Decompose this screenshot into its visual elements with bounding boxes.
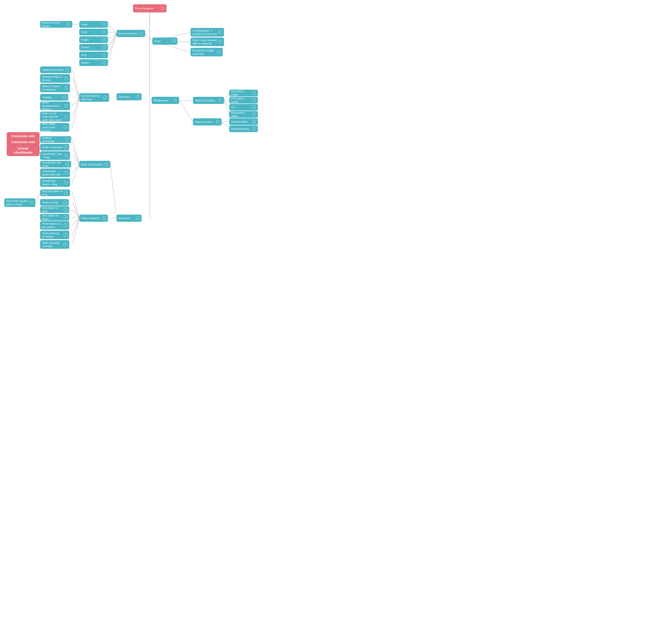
rule-square-info-icon[interactable]: i (29, 201, 34, 205)
no-same-piece-node[interactable]: Rule: do not move with the same piece tw… (40, 112, 70, 122)
pawn-forward-info-icon[interactable]: i (64, 125, 67, 129)
rook-node[interactable]: Rook i (79, 29, 108, 35)
tactic-techniques-node[interactable]: Tactic techniques i (193, 97, 224, 104)
king-pawn-vs-king-node[interactable]: King and pawn vs King i (40, 189, 70, 196)
end-game-node[interactable]: End game i (116, 214, 142, 222)
pin-info-icon[interactable]: i (252, 106, 256, 109)
know-pieces-info-icon[interactable]: i (139, 32, 143, 35)
discovered-attack-node[interactable]: Discovered attack i (229, 111, 258, 118)
isolated-pawn-node[interactable]: Isolated pawn i (229, 118, 258, 125)
middle-game-info-icon[interactable]: i (173, 98, 177, 102)
queen-king-node[interactable]: Checkmate: queen + king i (40, 178, 70, 187)
openings-info-icon[interactable]: i (136, 95, 140, 99)
pawn-move-forward-info-icon[interactable]: i (218, 40, 222, 44)
bishop-node[interactable]: Bishop i (79, 44, 108, 51)
when-dev-node[interactable]: When development is finished i (40, 101, 70, 110)
fork-knight-info-icon[interactable]: i (252, 91, 256, 95)
pawn-king-knight-node[interactable]: Pawn and king vs knight i (40, 240, 69, 249)
two-pawns-pawn-info-icon[interactable]: i (64, 215, 67, 219)
castling-info-icon[interactable]: i (63, 95, 66, 99)
fork-knight-node[interactable]: Fork with a knight i (229, 90, 258, 96)
basic-checkmates-info-icon[interactable]: i (105, 162, 109, 166)
queen-rook-node[interactable]: Checkmate: queen and rook i (40, 169, 70, 177)
openings-node[interactable]: Openings i (116, 93, 142, 100)
bishop-info-icon[interactable]: i (102, 46, 106, 49)
two-pawns-king-node[interactable]: Two pawns vs King i (40, 206, 69, 213)
jumping-pawn-node[interactable]: Jumping pawn: 2 squares in first move i (191, 28, 224, 37)
pawn-vs-king-info-icon[interactable]: i (63, 200, 67, 204)
queen-king-info-icon[interactable]: i (64, 181, 68, 185)
develop-knights-node[interactable]: Develop knigts & bishops i (40, 74, 70, 83)
pin-node[interactable]: Pin i (229, 104, 258, 111)
children-checkmate-node[interactable]: Children checkmate i (40, 136, 71, 143)
rook-king-checkmate-node[interactable]: Checkmate: rook + king i (40, 151, 70, 160)
rule-square-node[interactable]: Rule of the square: pawn vs king i (4, 198, 35, 207)
know-pieces-node[interactable]: Know you pieces i (116, 30, 145, 37)
knight-node[interactable]: Knight i (79, 36, 108, 43)
pawn-endgame-node[interactable]: Pawn endgame i (79, 214, 108, 222)
when-dev-info-icon[interactable]: i (64, 104, 68, 108)
pawn-king-bishop-info-icon[interactable]: i (64, 233, 67, 237)
king-pawn-vs-king-info-icon[interactable]: i (64, 191, 68, 195)
no-same-piece-info-icon[interactable]: i (64, 115, 68, 119)
pawn-vs-king-node[interactable]: Pawn vs King i (40, 199, 69, 206)
rook-king-checkmate-info-icon[interactable]: i (64, 154, 68, 158)
three-pawns-info-icon[interactable]: i (64, 223, 67, 227)
doubled-pawns-node[interactable]: Doubled pawns i (229, 125, 258, 132)
king-pawn-vs-king-label: King and pawn vs King (42, 189, 63, 196)
queen-rook-label: Checkmate: queen and rook (42, 170, 63, 176)
fork-queen-info-icon[interactable]: i (252, 98, 256, 102)
castling-node[interactable]: Castling i (40, 94, 68, 101)
fools-checkmate-node[interactable]: Fools checkmate i (40, 144, 69, 150)
end-game-info-icon[interactable]: i (136, 216, 140, 220)
three-pawns-node[interactable]: Three pawns vs two pawns i (40, 221, 69, 230)
rules-info-icon[interactable]: i (172, 39, 176, 43)
king-node[interactable]: King i (79, 52, 108, 58)
isolated-pawn-info-icon[interactable]: i (252, 120, 256, 124)
rules-node[interactable]: Rules i (152, 38, 177, 45)
where-bishops-node[interactable]: Where to place the bishops i (40, 84, 70, 92)
doubled-pawns-info-icon[interactable]: i (252, 127, 256, 131)
root-info-icon[interactable]: i (161, 7, 165, 10)
where-bishops-info-icon[interactable]: i (64, 86, 68, 90)
root-label: Chess Beginner (135, 7, 160, 10)
pawn-king-bishop-node[interactable]: Pawn and king vs bishop i (40, 231, 69, 239)
capture-center-info-icon[interactable]: i (65, 68, 69, 72)
pawn-endgame-info-icon[interactable]: i (102, 216, 106, 220)
two-pawns-pawn-node[interactable]: Two pawns vs Pawn i (40, 214, 69, 221)
queen-rook-info-icon[interactable]: i (64, 171, 68, 175)
general-rules-info-icon[interactable]: i (103, 96, 107, 99)
pawn-structure-node[interactable]: Pawn structure i (193, 118, 221, 125)
children-checkmate-info-icon[interactable]: i (65, 138, 69, 141)
pawn-structure-info-icon[interactable]: i (216, 120, 220, 124)
jumping-pawn-info-icon[interactable]: i (218, 30, 222, 34)
discovered-attack-info-icon[interactable]: i (252, 113, 256, 116)
general-rules-node[interactable]: General rules of openings i (79, 93, 109, 102)
middle-game-node[interactable]: Middle game i (152, 97, 179, 104)
pawn-info-icon[interactable]: i (102, 23, 106, 26)
basic-checkmates-node[interactable]: Basic checkmates i (79, 161, 110, 168)
fork-queen-node[interactable]: Fork with a queen i (229, 97, 258, 103)
capture-center-node[interactable]: Capture the center i (40, 66, 71, 73)
pawn-becomes-queen-node[interactable]: Pawn becomes Queen i (40, 21, 72, 28)
king-info-icon[interactable]: i (102, 53, 106, 57)
pawn-king-knight-info-icon[interactable]: i (64, 243, 67, 246)
pawn-forward-node[interactable]: Rule: pawn moves only forward i (40, 123, 69, 132)
tactic-techniques-info-icon[interactable]: i (218, 98, 222, 102)
develop-knights-info-icon[interactable]: i (64, 76, 68, 80)
root-node[interactable]: Chess Beginner i (133, 4, 166, 12)
pawn-becomes-queen-info-icon[interactable]: i (67, 23, 71, 26)
knight-jump-info-icon[interactable]: i (217, 50, 221, 54)
two-rooks-node[interactable]: Checkmate: two rooks i (40, 161, 71, 168)
pawn-endgame-label: Pawn endgame (81, 216, 101, 220)
fools-checkmate-info-icon[interactable]: i (64, 145, 67, 149)
knight-jump-node[interactable]: No barriers: knight jump rules i (191, 48, 223, 57)
pawn-node[interactable]: Pawn i (79, 21, 108, 28)
queen-info-icon[interactable]: i (102, 61, 106, 64)
rook-info-icon[interactable]: i (102, 30, 106, 34)
knight-info-icon[interactable]: i (102, 38, 106, 41)
queen-node[interactable]: Queen i (79, 59, 108, 66)
two-pawns-king-info-icon[interactable]: i (64, 208, 67, 211)
pawn-move-forward-node[interactable]: Pawn: move forward, fight on diagonal i (191, 38, 224, 46)
two-rooks-info-icon[interactable]: i (65, 162, 69, 166)
